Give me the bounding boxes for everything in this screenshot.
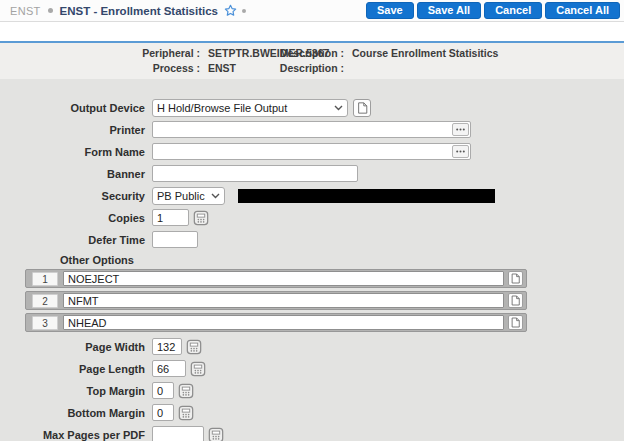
separator-dot-icon bbox=[48, 8, 53, 13]
security-row: Security PB Public bbox=[0, 187, 624, 204]
info-left-column: Peripheral : SETPTR.BWEIMER.5367 Process… bbox=[0, 47, 262, 74]
output-device-row: Output Device H Hold/Browse File Output bbox=[0, 99, 624, 116]
document-icon bbox=[357, 102, 368, 114]
page-width-calculator-button[interactable] bbox=[186, 339, 202, 355]
output-device-select[interactable]: H Hold/Browse File Output bbox=[152, 99, 348, 117]
header-gap bbox=[0, 22, 624, 41]
security-label: Security bbox=[0, 190, 145, 202]
calculator-icon bbox=[178, 383, 194, 399]
banner-row: Banner bbox=[0, 165, 624, 182]
row-number: 3 bbox=[32, 316, 58, 330]
page-length-row: Page Length bbox=[0, 360, 624, 377]
bottom-margin-label: Bottom Margin bbox=[0, 407, 145, 419]
calculator-icon bbox=[193, 210, 209, 226]
redacted-security-class bbox=[238, 189, 495, 203]
page-width-label: Page Width bbox=[0, 341, 145, 353]
calculator-icon bbox=[190, 361, 206, 377]
defer-time-input[interactable] bbox=[152, 231, 198, 248]
printer-lookup-button[interactable] bbox=[452, 123, 469, 136]
output-device-value: H Hold/Browse File Output bbox=[157, 102, 334, 114]
row-number: 1 bbox=[32, 272, 58, 286]
tab-status-dot-icon bbox=[242, 9, 246, 13]
security-value: PB Public bbox=[157, 190, 211, 202]
printer-label: Printer bbox=[0, 124, 145, 136]
copies-row: Copies bbox=[0, 209, 624, 226]
other-option-row: 3 bbox=[25, 313, 527, 332]
tab-bar: ENST ENST - Enrollment Statisitics Save … bbox=[0, 0, 624, 22]
defer-time-row: Defer Time bbox=[0, 231, 624, 248]
page-length-calculator-button[interactable] bbox=[190, 361, 206, 377]
tab-enst-title[interactable]: ENST - Enrollment Statisitics bbox=[60, 5, 218, 17]
save-button[interactable]: Save bbox=[366, 2, 414, 19]
enst-window: ENST ENST - Enrollment Statisitics Save … bbox=[0, 0, 624, 441]
row-number: 2 bbox=[32, 294, 58, 308]
top-margin-label: Top Margin bbox=[0, 385, 145, 397]
other-option-input-2[interactable] bbox=[63, 293, 504, 308]
top-margin-input[interactable] bbox=[152, 382, 174, 399]
bottom-margin-input[interactable] bbox=[152, 404, 174, 421]
document-icon bbox=[511, 317, 520, 328]
calculator-icon bbox=[186, 339, 202, 355]
bottom-margin-row: Bottom Margin bbox=[0, 404, 624, 421]
document-icon bbox=[511, 273, 520, 284]
other-options-label: Other Options bbox=[60, 254, 624, 267]
form-name-label: Form Name bbox=[0, 146, 145, 158]
form-area: Output Device H Hold/Browse File Output … bbox=[0, 79, 624, 441]
description1-value: Course Enrollment Statisitics bbox=[344, 47, 498, 59]
description2-label: Description : bbox=[262, 62, 344, 74]
output-device-label: Output Device bbox=[0, 102, 145, 114]
other-option-row: 1 bbox=[25, 269, 527, 288]
other-option-row: 2 bbox=[25, 291, 527, 310]
calculator-icon bbox=[178, 405, 194, 421]
process-label: Process : bbox=[0, 62, 200, 74]
other-option-detail-button-2[interactable] bbox=[508, 293, 523, 308]
process-info-panel: Peripheral : SETPTR.BWEIMER.5367 Process… bbox=[0, 41, 624, 79]
other-option-detail-button-3[interactable] bbox=[508, 315, 523, 330]
printer-input[interactable] bbox=[152, 121, 471, 138]
max-pages-per-pdf-label: Max Pages per PDF bbox=[0, 429, 145, 441]
peripheral-label: Peripheral : bbox=[0, 47, 200, 59]
banner-label: Banner bbox=[0, 168, 145, 180]
chevron-down-icon bbox=[211, 193, 220, 199]
printer-row: Printer bbox=[0, 121, 624, 138]
bottom-margin-calculator-button[interactable] bbox=[178, 405, 194, 421]
other-option-input-3[interactable] bbox=[63, 315, 504, 330]
defer-time-label: Defer Time bbox=[0, 234, 145, 246]
favorite-star-icon[interactable] bbox=[224, 4, 237, 17]
copies-input[interactable] bbox=[152, 209, 189, 226]
form-name-input[interactable] bbox=[152, 143, 471, 160]
page-width-row: Page Width bbox=[0, 338, 624, 355]
max-pages-per-pdf-row: Max Pages per PDF bbox=[0, 426, 624, 441]
other-option-detail-button-1[interactable] bbox=[508, 271, 523, 286]
description1-label: Description : bbox=[262, 47, 344, 59]
output-device-detail-button[interactable] bbox=[353, 99, 371, 117]
cancel-all-button[interactable]: Cancel All bbox=[545, 2, 620, 19]
info-right-column: Description : Course Enrollment Statisit… bbox=[262, 47, 498, 74]
top-margin-calculator-button[interactable] bbox=[178, 383, 194, 399]
calculator-icon bbox=[208, 427, 224, 441]
security-select[interactable]: PB Public bbox=[152, 187, 225, 205]
chevron-down-icon bbox=[334, 105, 343, 111]
save-all-button[interactable]: Save All bbox=[417, 2, 481, 19]
form-name-lookup-button[interactable] bbox=[452, 145, 469, 158]
top-margin-row: Top Margin bbox=[0, 382, 624, 399]
copies-label: Copies bbox=[0, 212, 145, 224]
page-width-input[interactable] bbox=[152, 338, 182, 355]
page-length-label: Page Length bbox=[0, 363, 145, 375]
max-pages-per-pdf-input[interactable] bbox=[152, 426, 204, 441]
banner-input[interactable] bbox=[152, 165, 358, 182]
app-code: ENST bbox=[10, 5, 41, 17]
ellipsis-icon bbox=[456, 128, 465, 131]
max-pages-per-pdf-calculator-button[interactable] bbox=[208, 427, 224, 441]
form-name-row: Form Name bbox=[0, 143, 624, 160]
ellipsis-icon bbox=[456, 150, 465, 153]
copies-calculator-button[interactable] bbox=[193, 210, 209, 226]
other-option-input-1[interactable] bbox=[63, 271, 504, 286]
document-icon bbox=[511, 295, 520, 306]
cancel-button[interactable]: Cancel bbox=[484, 2, 542, 19]
page-length-input[interactable] bbox=[152, 360, 186, 377]
